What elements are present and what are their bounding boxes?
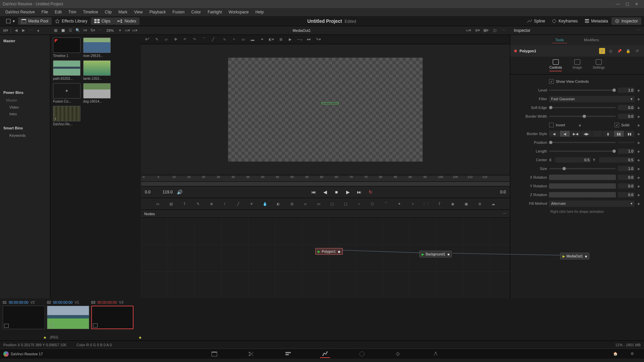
metadata-button[interactable]: Metadata (581, 17, 611, 25)
media-thumb-2[interactable]: path-83203... (53, 60, 80, 80)
lock-icon[interactable]: 🔒 (625, 48, 631, 54)
length-slider[interactable] (549, 150, 616, 152)
fillmethod-kf[interactable]: ◆ (637, 202, 641, 205)
yrot-wheel[interactable] (549, 183, 616, 189)
xrot-kf[interactable]: ◆ (637, 176, 641, 179)
loop-button[interactable]: ↻ (366, 188, 375, 196)
yrot-value[interactable]: 0.0 (618, 183, 635, 189)
borderwidth-slider[interactable] (549, 116, 616, 117)
solid-kf[interactable]: ◆ (637, 123, 641, 127)
tool-resize[interactable]: ▭ (314, 199, 323, 208)
menu-trim[interactable]: Trim (65, 10, 80, 14)
xrot-value[interactable]: 0.0 (618, 175, 635, 180)
tool-renderer3d[interactable]: ☁ (489, 199, 497, 208)
tool-paint[interactable]: ✎ (194, 199, 202, 208)
menu-workspace[interactable]: Workspace (225, 10, 252, 14)
page-deliver[interactable] (431, 350, 441, 358)
length-value[interactable]: 1.0 (618, 148, 635, 154)
dual-view[interactable]: ◫ (491, 27, 498, 34)
undo-icon[interactable]: ↶ (181, 36, 189, 43)
position-kf[interactable]: ◆ (637, 141, 641, 144)
show-view-controls-check[interactable]: ✓ (549, 79, 554, 84)
smart-bins-hdr[interactable]: Smart Bins (0, 124, 50, 132)
tool-transform[interactable]: ▱ (301, 199, 310, 208)
fit-icon[interactable]: ▭▾ (124, 27, 131, 34)
aspect-icon[interactable]: ▭▾ (131, 27, 139, 34)
page-fairlight[interactable] (394, 350, 404, 358)
spline-button[interactable]: Spline (524, 17, 548, 25)
mask-tool[interactable]: ◐▾ (268, 36, 275, 43)
tc-right[interactable]: 0.0 (500, 190, 506, 194)
softedge-kf[interactable]: ◆ (637, 106, 641, 110)
anchor-tool[interactable]: ✥ (172, 36, 179, 43)
tab-modifiers[interactable]: Modifiers (581, 37, 602, 43)
versions-icon[interactable]: ▾ (599, 48, 605, 54)
zrot-value[interactable]: 0.0 (618, 192, 635, 197)
bin-master-sub[interactable]: Master (0, 97, 50, 104)
tool-ellipse[interactable]: ○ (355, 199, 363, 208)
close-button[interactable]: ✕ (632, 2, 641, 6)
length-kf[interactable]: ◆ (637, 149, 641, 153)
media-list-menu[interactable]: ▤▾ (2, 27, 9, 34)
level-keyframe[interactable]: ◆ (637, 88, 641, 92)
menu-file[interactable]: File (38, 10, 51, 14)
menu-fairlight[interactable]: Fairlight (204, 10, 225, 14)
view-more[interactable]: ⋯ (500, 27, 507, 34)
page-media[interactable] (209, 350, 219, 358)
guide-tool[interactable]: ⊞ (277, 36, 284, 43)
tool-pemitter[interactable]: ⋮⋮ (422, 199, 430, 208)
subtab-controls[interactable]: Controls (549, 59, 562, 71)
softedge-value[interactable]: 0.0 (618, 105, 635, 110)
clip-01[interactable]: 0100:00:00:00V2 (3, 300, 45, 329)
node-color-dot[interactable] (514, 50, 517, 52)
view-opt1[interactable]: ▭▾ (465, 27, 472, 34)
shape-anim-hint[interactable]: Right-click here for shape animation (514, 208, 641, 216)
pencil-tool[interactable]: ✎ (153, 36, 160, 43)
curve-tool[interactable]: ⌒ (200, 36, 207, 43)
position-slider[interactable] (549, 142, 616, 143)
tool-matte[interactable]: ▢ (328, 199, 336, 208)
tool-blur[interactable]: ◐ (274, 199, 283, 208)
size-value[interactable]: 1.0 (618, 166, 635, 171)
sort-icon[interactable]: ⇅▾ (89, 27, 96, 34)
select-tool[interactable]: ▱ (162, 36, 170, 43)
view-thumb-small[interactable]: ▦ (52, 27, 59, 34)
menu-davinciresolve[interactable]: DaVinci Resolve (2, 10, 38, 14)
bin-video[interactable]: Video (0, 104, 50, 111)
tool-colorcorrect[interactable]: ☀ (247, 199, 256, 208)
viewer-canvas[interactable] (141, 44, 510, 175)
wand-tool[interactable]: ✦ (258, 36, 266, 43)
tool-prender[interactable]: ✦ (395, 199, 404, 208)
nav-back[interactable]: ◀ (12, 27, 20, 34)
media-thumb-4[interactable]: ✦Fusion Co... (53, 83, 80, 103)
nodes-button[interactable]: Nodes (114, 17, 140, 25)
bin-intro[interactable]: Intro (0, 111, 50, 117)
page-color[interactable] (357, 350, 367, 358)
play-button[interactable]: ▶ (343, 188, 352, 196)
keyframes-button[interactable]: Keyframes (548, 17, 581, 25)
node-mediaout[interactable]: ▶MediaOut1■ (560, 253, 589, 259)
yrot-kf[interactable]: ◆ (637, 184, 641, 188)
rect-tool[interactable]: ▭ (239, 36, 247, 43)
solid-check[interactable]: ✓ (614, 123, 619, 127)
minimize-button[interactable]: — (613, 2, 623, 6)
layout-button[interactable]: ▾ (3, 17, 18, 25)
tool-rect-mask[interactable]: ▢ (341, 199, 350, 208)
xrot-wheel[interactable] (549, 175, 616, 180)
tool-merge3d[interactable]: ⊛ (475, 199, 484, 208)
audio-icon[interactable]: 🔊 (175, 188, 184, 196)
time-ruler[interactable]: 0510152025303540455055606570758085909510… (141, 175, 510, 182)
filter-icon[interactable]: ≡▾ (82, 27, 89, 34)
inspector-button[interactable]: Inspector (611, 17, 641, 25)
tool-text[interactable]: T (180, 199, 189, 208)
borderstyle-kf[interactable]: ◆ (637, 132, 641, 136)
inspector-more[interactable]: ⋯ (635, 27, 642, 34)
tc-left[interactable]: 0.0 (145, 190, 151, 194)
fillmethod-select[interactable]: Alternate▾ (549, 200, 635, 207)
menu-color[interactable]: Color (188, 10, 204, 14)
nav-fwd[interactable]: ▶ (20, 27, 27, 34)
tool-brightness[interactable]: / (220, 199, 229, 208)
pointer-tool[interactable]: ✛* (144, 36, 151, 43)
view-opt3[interactable]: ▦▾ (482, 27, 490, 34)
tool-polygon[interactable]: ⬠ (368, 199, 377, 208)
